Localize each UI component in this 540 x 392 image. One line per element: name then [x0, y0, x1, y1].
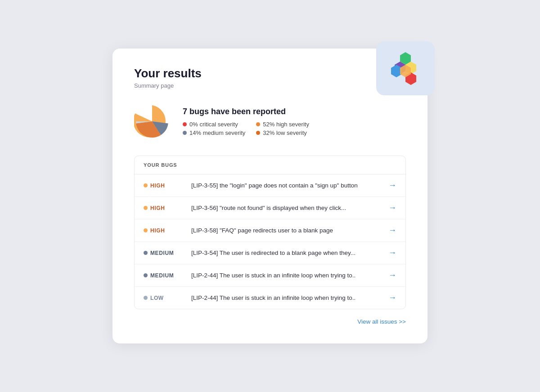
badge-label: LOW: [150, 295, 164, 301]
badge-label: MEDIUM: [150, 250, 174, 256]
pie-chart: [134, 103, 170, 139]
severity-badge-high: HIGH: [144, 183, 184, 189]
bugs-section-header: YOUR BUGS: [135, 156, 405, 174]
severity-badge-high: HIGH: [144, 205, 184, 211]
bug-description: [LIP-3-58] "FAQ" page redirects user to …: [191, 227, 381, 234]
severity-badge-medium: MEDIUM: [144, 250, 184, 256]
table-row[interactable]: HIGH [LIP-3-56] "route not found" is dis…: [135, 197, 405, 219]
page-title: Your results: [134, 67, 406, 80]
arrow-icon[interactable]: →: [388, 226, 396, 235]
summary-section: 7 bugs have been reported 0% critical se…: [134, 103, 406, 139]
page-wrapper: Your results Summary page: [0, 0, 540, 392]
main-card: Your results Summary page: [112, 49, 428, 343]
severity-critical: 0% critical severity: [183, 121, 245, 128]
page-subtitle: Summary page: [134, 82, 406, 89]
badge-label: HIGH: [150, 227, 165, 234]
view-all-section: View all issues >>: [134, 309, 406, 325]
severity-grid: 0% critical severity 52% high severity 1…: [183, 121, 319, 136]
badge-dot: [144, 183, 148, 187]
table-row[interactable]: MEDIUM [LIP-3-54] The user is redirected…: [135, 242, 405, 264]
dot-low: [256, 131, 260, 135]
view-all-link[interactable]: View all issues >>: [357, 318, 406, 325]
table-row[interactable]: HIGH [LIP-3-58] "FAQ" page redirects use…: [135, 219, 405, 242]
severity-low: 32% low severity: [256, 129, 319, 136]
badge-label: MEDIUM: [150, 272, 174, 279]
bug-description: [LIP-2-44] The user is stuck in an infin…: [191, 272, 381, 279]
logo-icon: [387, 50, 423, 86]
medium-label: 14% medium severity: [189, 129, 245, 136]
logo-box: [376, 41, 435, 95]
bug-description: [LIP-3-54] The user is redirected to a b…: [191, 249, 381, 256]
severity-badge-low: LOW: [144, 295, 184, 301]
dot-critical: [183, 122, 187, 126]
low-label: 32% low severity: [263, 129, 307, 136]
summary-text: 7 bugs have been reported 0% critical se…: [183, 107, 319, 136]
arrow-icon[interactable]: →: [388, 181, 396, 190]
severity-badge-high: HIGH: [144, 227, 184, 234]
badge-dot: [144, 228, 148, 232]
table-row[interactable]: MEDIUM [LIP-2-44] The user is stuck in a…: [135, 264, 405, 287]
table-row[interactable]: LOW [LIP-2-44] The user is stuck in an i…: [135, 287, 405, 309]
arrow-icon[interactable]: →: [388, 248, 396, 258]
dot-medium: [183, 131, 187, 135]
critical-label: 0% critical severity: [189, 121, 238, 128]
badge-dot: [144, 251, 148, 255]
dot-high: [256, 122, 260, 126]
bug-description: [LIP-3-55] the "login" page does not con…: [191, 182, 381, 189]
arrow-icon[interactable]: →: [388, 293, 396, 303]
badge-dot: [144, 296, 148, 300]
bugs-heading: 7 bugs have been reported: [183, 107, 319, 116]
badge-label: HIGH: [150, 183, 165, 189]
high-label: 52% high severity: [263, 121, 309, 128]
arrow-icon[interactable]: →: [388, 271, 396, 280]
table-row[interactable]: HIGH [LIP-3-55] the "login" page does no…: [135, 174, 405, 197]
badge-dot: [144, 206, 148, 210]
bug-description: [LIP-2-44] The user is stuck in an infin…: [191, 294, 381, 301]
badge-label: HIGH: [150, 205, 165, 211]
bug-description: [LIP-3-56] "route not found" is displaye…: [191, 205, 381, 211]
bugs-section: YOUR BUGS HIGH [LIP-3-55] the "login" pa…: [134, 156, 406, 309]
severity-high: 52% high severity: [256, 121, 319, 128]
badge-dot: [144, 273, 148, 277]
severity-badge-medium: MEDIUM: [144, 272, 184, 279]
arrow-icon[interactable]: →: [388, 203, 396, 213]
severity-medium: 14% medium severity: [183, 129, 245, 136]
